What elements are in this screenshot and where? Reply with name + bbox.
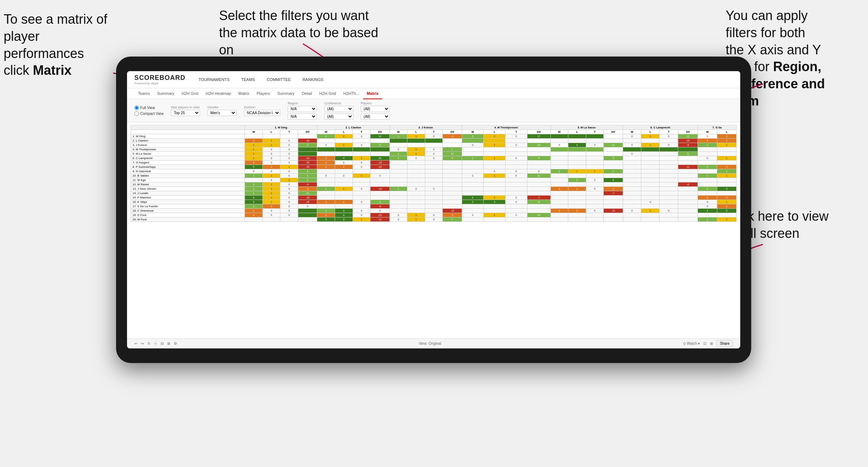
- subhdr-d5: Dif: [604, 130, 623, 134]
- matrix-cell: [641, 187, 660, 191]
- compact-view-radio[interactable]: [134, 111, 139, 116]
- matrix-cell: [370, 196, 389, 200]
- nav-rankings[interactable]: RANKINGS: [300, 76, 326, 83]
- matrix-area[interactable]: 1. W Ding 2. L Clanton 3. J Koivun 4. M …: [127, 122, 740, 338]
- matrix-cell: [317, 169, 335, 174]
- matrix-cell: 0: [505, 213, 527, 217]
- matrix-cell: [527, 161, 550, 165]
- matrix-cell: -1: [443, 213, 462, 217]
- watch-label[interactable]: ⊙ Watch ▾: [683, 341, 700, 346]
- region-select-x[interactable]: N/A: [288, 106, 317, 112]
- ann-tr-l4b: Region,: [773, 59, 821, 74]
- max-players-select[interactable]: Top 25: [171, 110, 200, 116]
- matrix-cell: [660, 182, 678, 187]
- toolbar-center: View: Original: [419, 341, 441, 346]
- nav-committee[interactable]: COMMITTEE: [265, 76, 293, 83]
- matrix-cell: -16: [370, 165, 389, 169]
- grid-icon[interactable]: ⊞: [710, 341, 713, 346]
- matrix-cell: 1: [484, 156, 506, 161]
- zoom-out-icon[interactable]: ⊟: [161, 341, 164, 346]
- tab-summary2[interactable]: Summary: [274, 88, 298, 99]
- matrix-cell: [425, 169, 443, 174]
- matrix-cell: [527, 204, 550, 209]
- share-button[interactable]: Share: [717, 340, 733, 347]
- matrix-cell: 11: [370, 134, 389, 139]
- matrix-cell: 0: [623, 152, 641, 156]
- matrix-cell: [505, 161, 527, 165]
- tab-h2h-grid[interactable]: H2H Grid: [178, 88, 202, 99]
- matrix-cell: [660, 204, 678, 209]
- matrix-cell: [353, 169, 370, 174]
- redo-icon[interactable]: ↪: [141, 341, 144, 346]
- division-select[interactable]: NCAA Division I: [244, 110, 280, 116]
- ann-tr-l2: filters for both: [726, 25, 805, 40]
- tab-h2h-grid2[interactable]: H2H Grid: [316, 88, 340, 99]
- tab-matrix-active[interactable]: Matrix: [363, 88, 382, 99]
- matrix-cell: [568, 161, 586, 165]
- matrix-cell: [660, 217, 678, 222]
- matrix-cell: [586, 217, 604, 222]
- tab-h2hth[interactable]: H2HTh...: [340, 88, 363, 99]
- matrix-cell: [568, 139, 586, 143]
- matrix-cell: [484, 152, 506, 156]
- matrix-cell: 1: [280, 178, 298, 182]
- full-view-label[interactable]: Full View: [134, 105, 164, 110]
- logo-area: SCOREBOARD Powered by clippd: [134, 74, 185, 85]
- filter-players: Players (All) (All): [361, 101, 390, 120]
- matrix-cell: 14: [443, 152, 462, 156]
- settings-icon[interactable]: ⚙: [174, 341, 177, 346]
- sub-nav: Teams Summary H2H Grid H2H Heatmap Matri…: [127, 88, 740, 99]
- matrix-cell: 0: [425, 213, 443, 217]
- matrix-cell: [484, 204, 506, 209]
- matrix-cell: 0: [389, 147, 407, 152]
- tab-players[interactable]: Players: [253, 88, 274, 99]
- matrix-cell: [443, 174, 462, 178]
- matrix-cell: 10: [298, 191, 317, 196]
- compact-view-label[interactable]: Compact View: [134, 111, 164, 116]
- subhdr-w7: W: [698, 130, 717, 134]
- players-select-y[interactable]: (All): [361, 113, 390, 120]
- matrix-cell: [623, 191, 641, 196]
- redo2-icon[interactable]: ↻: [147, 341, 150, 346]
- matrix-cell: 0: [262, 161, 280, 165]
- nav-teams[interactable]: TEAMS: [239, 76, 257, 83]
- tab-detail[interactable]: Detail: [298, 88, 316, 99]
- matrix-cell: [407, 143, 425, 147]
- matrix-cell: 3: [717, 187, 736, 191]
- gender-select[interactable]: Men's: [207, 110, 237, 116]
- region-select-y[interactable]: N/A: [288, 113, 317, 120]
- tab-teams[interactable]: Teams: [134, 88, 153, 99]
- players-select-x[interactable]: (All): [361, 106, 390, 112]
- matrix-cell: [604, 213, 623, 217]
- matrix-cell: [370, 191, 389, 196]
- matrix-cell: [505, 178, 527, 182]
- col-header-gsa: 7. G Sa: [698, 126, 737, 130]
- conference-select-x[interactable]: (All): [324, 106, 353, 112]
- matrix-cell: 0: [280, 182, 298, 187]
- nav-tournaments[interactable]: TOURNAMENTS: [196, 76, 232, 83]
- subhdr-l5: L: [568, 130, 586, 134]
- tab-h2h-heatmap[interactable]: H2H Heatmap: [202, 88, 235, 99]
- matrix-cell: 1: [407, 152, 425, 156]
- matrix-cell: 1: [262, 200, 280, 204]
- conference-select-y[interactable]: (All): [324, 113, 353, 120]
- full-view-radio[interactable]: [134, 105, 139, 110]
- matrix-cell: [698, 147, 717, 152]
- cursor-icon[interactable]: ⊹: [154, 341, 157, 346]
- undo-icon[interactable]: ↩: [134, 341, 137, 346]
- matrix-cell: [484, 178, 506, 182]
- app-header: SCOREBOARD Powered by clippd TOURNAMENTS…: [127, 71, 740, 88]
- matrix-cell: 0: [660, 143, 678, 147]
- ann-tr-l3: the X axis and Y: [726, 42, 821, 57]
- zoom-in-icon[interactable]: ⊞: [167, 341, 170, 346]
- matrix-cell: 0: [425, 217, 443, 222]
- tab-summary[interactable]: Summary: [153, 88, 178, 99]
- matrix-cell: 1: [407, 217, 425, 222]
- matrix-cell: 0: [280, 213, 298, 217]
- matrix-cell: [568, 182, 586, 187]
- matrix-cell: [462, 139, 484, 143]
- layout-icon[interactable]: ⊡: [703, 341, 706, 346]
- matrix-cell: [389, 200, 407, 204]
- tab-matrix[interactable]: Matrix: [235, 88, 253, 99]
- matrix-cell: 1: [317, 209, 335, 213]
